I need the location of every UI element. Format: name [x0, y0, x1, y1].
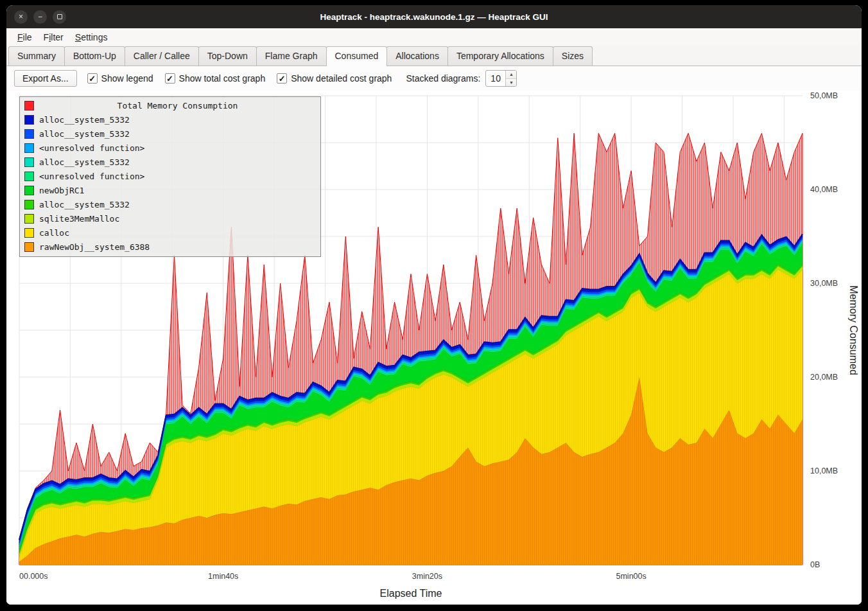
stacked-diagrams-spinbox[interactable]: 10 ▲ ▼	[485, 70, 517, 87]
checkbox-show-legend[interactable]: ✓Show legend	[87, 73, 153, 84]
legend-label: newObjRC1	[39, 186, 84, 195]
stacked-diagrams-label: Stacked diagrams:	[406, 73, 480, 84]
checkbox-label: Show total cost graph	[179, 73, 266, 84]
tab-bottom-up[interactable]: Bottom-Up	[64, 46, 125, 66]
window-controls: × −	[6, 10, 66, 24]
legend-swatch-icon	[24, 200, 34, 209]
spinbox-up-button[interactable]: ▲	[506, 71, 516, 79]
checkbox-show-total-cost-graph[interactable]: ✓Show total cost graph	[165, 73, 266, 84]
x-tick-label: 3min20s	[412, 572, 442, 581]
y-tick-label: 20,0MB	[810, 373, 838, 382]
menu-file[interactable]: File	[12, 30, 38, 44]
checkbox-box[interactable]: ✓	[165, 73, 175, 84]
legend-item: newObjRC1	[22, 183, 318, 197]
checkbox-box[interactable]: ✓	[87, 73, 98, 84]
menu-settings[interactable]: Settings	[69, 30, 114, 44]
legend-item: alloc__system_5332	[22, 127, 318, 141]
close-button[interactable]: ×	[14, 10, 28, 24]
x-axis-title: Elapsed Time	[380, 588, 442, 599]
legend-item: rawNewObj__system_6388	[22, 240, 318, 254]
legend-swatch-icon	[24, 143, 34, 153]
tab-consumed[interactable]: Consumed	[326, 46, 388, 66]
y-axis-title: Memory Consumed	[848, 285, 859, 375]
maximize-icon	[57, 14, 62, 19]
heaptrack-window: × − Heaptrack - heaptrack.wakunode.1.gz …	[6, 5, 862, 605]
legend-item: alloc__system_5332	[22, 155, 318, 169]
x-tick-label: 00.000s	[19, 572, 48, 581]
x-tick-label: 1min40s	[208, 572, 238, 581]
legend-label: Total Memory Consumption	[39, 101, 316, 111]
tab-summary[interactable]: Summary	[8, 46, 65, 66]
legend-swatch-icon	[24, 172, 34, 181]
legend-item: calloc	[22, 226, 318, 240]
menu-filter[interactable]: Filter	[38, 30, 69, 44]
tab-allocations[interactable]: Allocations	[386, 46, 448, 66]
legend-title-row: Total Memory Consumption	[22, 98, 318, 112]
y-tick-label: 40,0MB	[810, 185, 838, 194]
tab-bar: SummaryBottom-UpCaller / CalleeTop-DownF…	[6, 46, 862, 66]
legend-swatch-icon	[24, 101, 34, 111]
x-tick-label: 5min00s	[616, 572, 647, 581]
legend-label: sqlite3MemMalloc	[39, 214, 119, 224]
legend-label: rawNewObj__system_6388	[39, 242, 150, 252]
legend-label: calloc	[39, 228, 69, 238]
legend-label: alloc__system_5332	[39, 129, 130, 139]
checkbox-group: ✓Show legend✓Show total cost graph✓Show …	[87, 73, 392, 84]
titlebar: × − Heaptrack - heaptrack.wakunode.1.gz …	[6, 5, 862, 28]
legend-swatch-icon	[24, 129, 34, 139]
checkbox-box[interactable]: ✓	[277, 73, 287, 84]
spinbox-buttons: ▲ ▼	[505, 71, 516, 86]
y-tick-label: 50,0MB	[810, 91, 838, 100]
export-as-button[interactable]: Export As...	[14, 70, 77, 87]
tab-flame-graph[interactable]: Flame Graph	[256, 46, 327, 66]
spinbox-down-button[interactable]: ▼	[506, 79, 516, 87]
legend-swatch-icon	[24, 214, 34, 224]
legend-item: sqlite3MemMalloc	[22, 211, 318, 226]
legend-swatch-icon	[24, 157, 34, 167]
tab-temporary-allocations[interactable]: Temporary Allocations	[447, 46, 553, 66]
menu-bar: FileFilterSettings	[6, 28, 862, 46]
legend-swatch-icon	[24, 228, 34, 238]
checkbox-label: Show detailed cost graph	[291, 73, 392, 84]
checkbox-label: Show legend	[101, 73, 153, 84]
legend-label: <unresolved function>	[39, 143, 144, 153]
minimize-button[interactable]: −	[33, 10, 47, 24]
toolbar: Export As... ✓Show legend✓Show total cos…	[6, 66, 862, 91]
chart-legend: Total Memory Consumptionalloc__system_53…	[19, 96, 321, 257]
legend-label: alloc__system_5332	[39, 115, 130, 125]
legend-label: alloc__system_5332	[39, 157, 130, 167]
tab-top-down[interactable]: Top-Down	[198, 46, 257, 66]
close-icon: ×	[19, 13, 23, 21]
maximize-button[interactable]	[53, 10, 66, 24]
window-title: Heaptrack - heaptrack.wakunode.1.gz — He…	[6, 12, 862, 22]
minimize-icon: −	[38, 13, 42, 21]
legend-label: <unresolved function>	[39, 172, 144, 181]
legend-label: alloc__system_5332	[39, 200, 130, 209]
legend-swatch-icon	[24, 115, 34, 125]
legend-swatch-icon	[24, 186, 34, 195]
legend-swatch-icon	[24, 242, 34, 252]
y-tick-label: 10,0MB	[810, 466, 838, 475]
tab-caller-callee[interactable]: Caller / Callee	[125, 46, 199, 66]
chart-area: 00.000s1min40s3min20s5min00s0B10,0MB20,0…	[6, 91, 862, 605]
y-tick-label: 30,0MB	[810, 279, 838, 288]
legend-item: alloc__system_5332	[22, 112, 318, 127]
tab-sizes[interactable]: Sizes	[553, 46, 593, 66]
legend-item: <unresolved function>	[22, 141, 318, 155]
legend-item: alloc__system_5332	[22, 197, 318, 211]
legend-item: <unresolved function>	[22, 169, 318, 183]
checkbox-show-detailed-cost-graph[interactable]: ✓Show detailed cost graph	[277, 73, 392, 84]
y-tick-label: 0B	[810, 560, 820, 569]
spinbox-value: 10	[486, 71, 505, 86]
